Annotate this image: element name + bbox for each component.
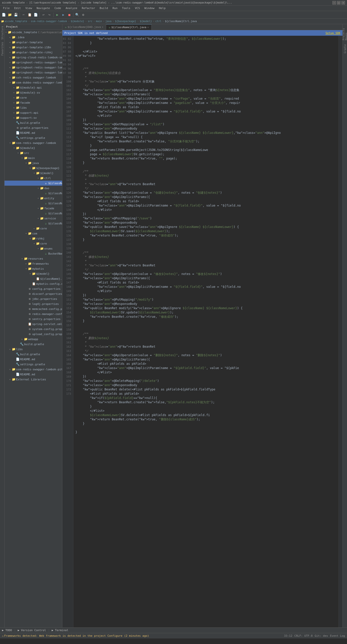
tree-mybatis[interactable]: ▾ 📁 mybatis (5, 266, 62, 271)
breadcrumb-ctrl[interactable]: ctrl (155, 20, 161, 23)
maximize-button[interactable]: □ (337, 1, 340, 5)
tree-classname-sv[interactable]: ☕ ${className}SV.java (5, 211, 62, 216)
tree-frameworks[interactable]: ▸ 📁 frameworks (5, 261, 62, 266)
tree-mybatis-config[interactable]: 📋 mybatis-config.xml (5, 281, 62, 286)
tree-build-libs[interactable]: 🔧 build.gradle (5, 352, 62, 357)
tree-classname-svimpl[interactable]: ☕ ${className}SVImpl.java (5, 221, 62, 226)
tree-src[interactable]: ▾ 📁 src (5, 150, 62, 155)
tree-rzhkj-core[interactable]: ▾ 📁 core (5, 241, 62, 246)
breadcrumb-basepackage[interactable]: ${basepackage} (115, 20, 136, 23)
tree-gradle-prop-dubbo[interactable]: ⚙ gradle.properties (5, 125, 62, 130)
tree-service-folder[interactable]: ▾ 📁 service (5, 216, 62, 221)
line-col-indicator[interactable]: 33:12 (284, 634, 292, 637)
tree-spring-cloud[interactable]: ▸ 📁 spring-cloud-redis-lombok-sentry (5, 55, 62, 60)
menu-navigate[interactable]: Navigate (35, 6, 52, 10)
menu-build[interactable]: Build (98, 6, 110, 10)
breadcrumb-model[interactable]: ${model} (140, 20, 152, 23)
tree-ssm-pitop[interactable]: ▸ 📁 ssm-redis-swagger-lombok-pitop (5, 367, 62, 372)
breadcrumb-module-var[interactable]: ${module} (71, 20, 84, 23)
close-button[interactable]: ✕ (341, 1, 345, 5)
menu-vcs[interactable]: VCS (133, 6, 142, 10)
tab-ctrl-java[interactable]: ☕ ${className}Ctrl.java × (106, 24, 152, 30)
tree-resources[interactable]: ▾ 📁 resources (5, 256, 62, 261)
tree-angular-rzhkj[interactable]: ▸ 📁 angular-template-rzhkj (5, 50, 62, 55)
tree-angular-i18n[interactable]: ▸ 📁 angular-template-i18n (5, 45, 62, 50)
git-branch-indicator[interactable]: Git: dev (315, 634, 328, 637)
code-editor[interactable]: 81 82 83 84 85 86 87 88 89 90 91 92 93 9… (62, 36, 342, 627)
tree-core2[interactable]: ▸ 📁 core (5, 226, 62, 231)
menu-tools[interactable]: Tools (120, 6, 132, 10)
breadcrumb-project[interactable]: 📁 aicode_template (1, 20, 27, 23)
tree-upload-prop[interactable]: ⚙ upload_config.properties (5, 332, 62, 337)
setup-sdk-link[interactable]: Setup SDK (325, 31, 340, 35)
new-button[interactable]: 📄 (1, 12, 7, 18)
undo-button[interactable]: ↩ (41, 12, 46, 18)
tree-main[interactable]: ▾ 📁 main (5, 155, 62, 160)
tree-bucket-enum[interactable]: ☕ BucketNameEnum.java (5, 251, 62, 256)
tree-redis-prop[interactable]: ⚙ redis-manager-config.properties (5, 311, 62, 316)
tree-classname-dao[interactable]: ☕ ${className}DAO.java (5, 191, 62, 196)
menu-refactor[interactable]: Refactor (80, 6, 97, 10)
tree-settings-gradle-dubbo[interactable]: 🔧 settings.gradle (5, 135, 62, 140)
tree-build-gradle-dubbo[interactable]: 🔧 build.gradle (5, 120, 62, 125)
project-tree[interactable]: ▾ 📁 aicode_template C:\workspaces\aicode… (5, 30, 62, 627)
cut-button[interactable]: ✂ (21, 12, 26, 18)
tree-dao-folder[interactable]: ▾ 📁 dao (5, 186, 62, 191)
tree-settings-libs[interactable]: 🔧 settings.gradle (5, 362, 62, 367)
tree-support-api[interactable]: ▸ 📁 support-api (5, 110, 62, 115)
tree-ssh[interactable]: ▸ 📁 ssh-redis-swagger-lombok (5, 75, 62, 80)
menu-analyze[interactable]: Analyze (64, 6, 79, 10)
tree-log4j-prop[interactable]: ⚙ log4j.properties (5, 301, 62, 306)
tree-com[interactable]: ▾ 📁 com (5, 231, 62, 236)
tab-dao-java[interactable]: ☕ ${className}DAO.java × (62, 24, 106, 30)
tree-enums[interactable]: ▾ 📁 enums (5, 246, 62, 251)
tree-external-libs[interactable]: ▸ 📁 External Libraries (5, 377, 62, 382)
tab-close-ctrl[interactable]: × (147, 26, 149, 29)
tree-facade-folder[interactable]: ▾ 📁 facade (5, 206, 62, 211)
tree-facade[interactable]: ▸ 📁 facade (5, 100, 62, 105)
terminal-button[interactable]: ▶ Terminal (52, 629, 68, 632)
gradle-button[interactable]: Gradle (343, 41, 347, 56)
tree-ssm-dubbo[interactable]: ▾ 📁 ssm-dubbo-redis-swagger-lombok-disco… (5, 80, 62, 85)
tree-springboot-frontend[interactable]: ▸ 📁 springboot-redis-swagger-lombok-fron… (5, 65, 62, 70)
tree-idea[interactable]: ▸ 📁 .idea (5, 35, 62, 40)
tree-readme-pitop[interactable]: 📄 README.md (5, 372, 62, 377)
breadcrumb-java[interactable]: java (105, 20, 111, 23)
tree-module-api[interactable]: ▸ 📁 ${module}-api (5, 85, 62, 90)
todo-button[interactable]: ▶ TODO (2, 629, 12, 632)
tree-model[interactable]: ▾ 📁 ${model} (5, 171, 62, 176)
tree-support-sv[interactable]: ▸ 📁 support-sv (5, 115, 62, 120)
search-button[interactable]: 🔍 (74, 12, 80, 18)
save-button[interactable]: 💾 (13, 12, 19, 18)
run-button[interactable]: ▶ (55, 12, 60, 18)
tree-ctrl-folder[interactable]: ▾ 📁 ctrl (5, 176, 62, 181)
tree-entity-folder[interactable]: ▾ 📁 entity (5, 196, 62, 201)
code-content[interactable]: "kw">return BeanRet.create("kw">true, "查… (73, 36, 338, 627)
breadcrumb-src[interactable]: src (88, 20, 92, 23)
paste-button[interactable]: 📄 (33, 12, 38, 18)
breadcrumb-module[interactable]: ssm-redis-swagger-lombok (31, 20, 67, 23)
framework-warning[interactable]: ⚠ Frameworks detected: Web framework is … (2, 634, 149, 637)
menu-edit[interactable]: Edit (12, 6, 23, 10)
tree-jdbc-prop[interactable]: ⚙ jdbc.properties (5, 296, 62, 301)
menu-run[interactable]: Run (110, 6, 119, 10)
structure-panel-button[interactable]: Structure (0, 25, 4, 40)
tree-libs[interactable]: ▸ 📁 libs (5, 105, 62, 110)
tree-sentry-prop[interactable]: ⚙ sentry.properties (5, 316, 62, 321)
tree-readme-dubbo[interactable]: 📄 README.md (5, 130, 62, 135)
menu-help[interactable]: Help (157, 6, 168, 10)
copy-button[interactable]: 📋 (27, 12, 32, 18)
tree-readme-libs[interactable]: 📄 README.md (5, 357, 62, 362)
tree-ssm-redis[interactable]: ▾ 📁 ssm-redis-swagger-lombok (5, 140, 62, 145)
breadcrumb-main[interactable]: main (96, 20, 102, 23)
tab-close-dao[interactable]: × (102, 26, 103, 28)
encoding-indicator[interactable]: CRLF: UTF-8 (294, 634, 313, 637)
tree-mybatis-model[interactable]: ▾ 📁 ${model} (5, 271, 62, 276)
tree-java[interactable]: ▾ 📁 java (5, 160, 62, 166)
tree-classname-xml[interactable]: 📋 ${className}.xml (5, 276, 62, 281)
window-controls[interactable]: − □ ✕ (332, 1, 345, 5)
menu-file[interactable]: File (1, 6, 12, 10)
favorites-panel-button[interactable]: Favorites (0, 41, 4, 56)
event-log-button[interactable]: Event Log (330, 634, 345, 637)
tree-system-prop[interactable]: ⚙ system-config.properties (5, 327, 62, 332)
